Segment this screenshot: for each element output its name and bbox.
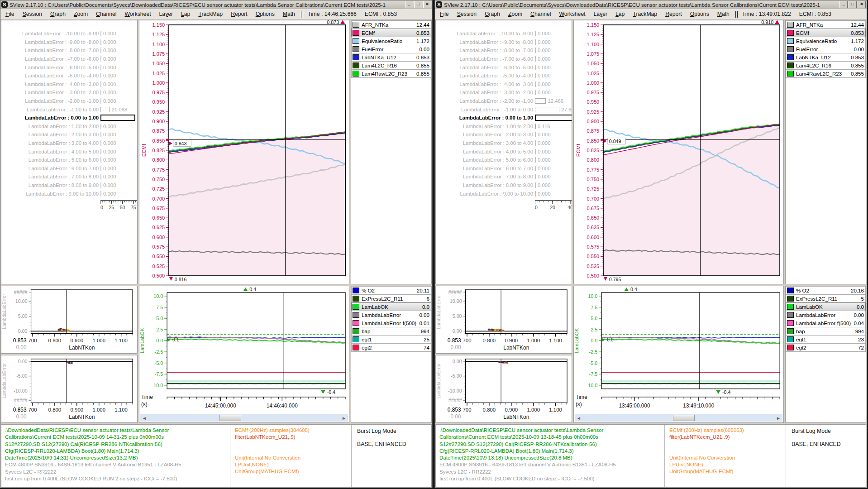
menu-item-zoom[interactable]: Zoom xyxy=(504,10,526,18)
legend-row-lam4l2c-r16[interactable]: Lam4L2C_R160.855 xyxy=(786,61,866,70)
maximize-button[interactable]: □ xyxy=(849,1,857,8)
histogram-row[interactable]: LambdaLabError : -3.00 to -2.000.000 xyxy=(436,88,572,97)
scrollbar-track[interactable] xyxy=(148,414,340,422)
menu-item-trackmap[interactable]: TrackMap xyxy=(629,10,661,18)
titlebar[interactable]: S SView 2.17.10 : C:\Users\Public\Docume… xyxy=(0,0,432,9)
histogram-row[interactable]: LambdaLabError : -6.00 to -5.000.000 xyxy=(1,63,137,72)
legend-row-afr-ntka[interactable]: AFR_NTKa12.44 xyxy=(786,20,866,29)
legend-row-egt1[interactable]: egt125 xyxy=(351,335,431,344)
menu-item-session[interactable]: Session xyxy=(19,10,46,18)
legend-row-lam4l2c-r16[interactable]: Lam4L2C_R160.855 xyxy=(351,61,431,70)
time-chart[interactable]: 10.07.55.02.50.0-2.5-5.0-7.5-10.0LamLabO… xyxy=(139,286,349,414)
menu-item-session[interactable]: Session xyxy=(453,10,481,18)
menu-item-math[interactable]: Math xyxy=(713,10,734,18)
histogram-row[interactable]: LambdaLabError : -2.00 to -1.0012.466 xyxy=(436,97,572,105)
scrollbar-right-arrow[interactable]: ► xyxy=(340,416,348,421)
time-scrollbar[interactable]: ◄ ► xyxy=(575,414,782,422)
histogram-row[interactable]: LambdaLabError : 8.00 to 9.000.000 xyxy=(1,181,137,190)
histogram-row[interactable]: LambdaLabError : 1.00 to 2.000.116 xyxy=(436,122,572,131)
menu-item-zoom[interactable]: Zoom xyxy=(70,10,92,18)
legend-row-ecmf[interactable]: ECMf0.853 xyxy=(786,29,866,37)
menu-item-worksheet[interactable]: Worksheet xyxy=(121,10,155,18)
histogram-row[interactable]: LambdaLabError : 2.00 to 3.000.000 xyxy=(1,130,137,139)
time-scrollbar[interactable]: ◄ ► xyxy=(140,414,348,422)
histogram-row[interactable]: LambdaLabError : -6.00 to -5.000.000 xyxy=(436,63,572,72)
histogram-row[interactable]: LambdaLabError : 7.00 to 8.000.000 xyxy=(1,173,137,181)
menu-item-channel[interactable]: Channel xyxy=(526,10,555,18)
legend-row-lambdalaberror[interactable]: LambdaLabError0.00 xyxy=(786,311,866,319)
histogram-row[interactable]: LambdaLabError : 0.00 to 1.0078.932 xyxy=(1,114,137,122)
main-chart[interactable]: 1.1501.1251.1001.0751.0501.0251.0000.975… xyxy=(139,20,349,284)
menu-item-file[interactable]: File xyxy=(436,10,453,18)
histogram-row[interactable]: LambdaLabError : 7.00 to 8.000.000 xyxy=(436,173,572,181)
histogram-row[interactable]: LambdaLabError : -7.00 to -6.000.000 xyxy=(436,55,572,63)
legend-row-equivalenceratio[interactable]: EquivalenceRatio1.172 xyxy=(351,37,431,45)
histogram-row[interactable]: LambdaLabError : 3.00 to 4.000.000 xyxy=(436,139,572,148)
histogram-row[interactable]: LambdaLabError : -4.00 to -3.000.000 xyxy=(436,80,572,89)
legend-row-lam4rawl2c-r23[interactable]: Lam4RawL2C_R230.855 xyxy=(786,69,866,78)
close-button[interactable]: ✕ xyxy=(423,1,431,8)
histogram-row[interactable]: LambdaLabError : -9.00 to -8.000.000 xyxy=(1,38,137,47)
menu-item-layer[interactable]: Layer xyxy=(590,10,612,18)
legend-row-lambdalaberror[interactable]: LambdaLabError0.00 xyxy=(351,311,431,319)
minimize-button[interactable]: _ xyxy=(405,1,413,8)
histogram-row[interactable]: LambdaLabError : 8.00 to 9.000.000 xyxy=(436,181,572,190)
legend-row-expressl2c-r11[interactable]: ExPressL2C_R115 xyxy=(786,294,866,303)
histogram-row[interactable]: LambdaLabError : -9.00 to -8.000.000 xyxy=(436,38,572,47)
legend-row-bap[interactable]: bap994 xyxy=(786,327,866,336)
menu-item-report[interactable]: Report xyxy=(227,10,252,18)
legend-row-afr-ntka[interactable]: AFR_NTKa12.44 xyxy=(351,20,431,29)
legend-row-equivalenceratio[interactable]: EquivalenceRatio1.172 xyxy=(786,37,866,45)
histogram-row[interactable]: LambdaLabError : -3.00 to -2.000.000 xyxy=(1,88,137,97)
scatter-bottom-chart[interactable]: 0.00-5.00-10.00#####LambdaLabError7000.8… xyxy=(1,355,137,422)
titlebar[interactable]: S SView 2.17.10 : C:\Users\Public\Docume… xyxy=(435,0,867,9)
menu-item-lap[interactable]: Lap xyxy=(611,10,629,18)
histogram-row[interactable]: LambdaLabError : 9.00 to 10.000.000 xyxy=(436,189,572,198)
legend-row-expressl2c-r11[interactable]: ExPressL2C_R116 xyxy=(351,294,431,303)
scrollbar-track[interactable] xyxy=(583,414,774,422)
histogram-row[interactable]: LambdaLabError : 0.00 to 1.0059.524 xyxy=(436,114,572,122)
maximize-button[interactable]: □ xyxy=(414,1,422,8)
legend-row-fuelerror[interactable]: FuelError0.00 xyxy=(786,45,866,53)
histogram-row[interactable]: LambdaLabError : -5.00 to -4.000.000 xyxy=(1,72,137,80)
histogram-row[interactable]: LambdaLabError : -4.00 to -3.000.000 xyxy=(1,80,137,89)
minimize-button[interactable]: _ xyxy=(839,1,848,8)
scrollbar-left-arrow[interactable]: ◄ xyxy=(140,416,148,421)
histogram-row[interactable]: LambdaLabError : -5.00 to -4.000.000 xyxy=(436,72,572,80)
histogram-row[interactable]: LambdaLabError : -2.00 to -1.000.000 xyxy=(1,97,137,105)
histogram-row[interactable]: LambdaLabError : 5.00 to 6.000.000 xyxy=(1,156,137,164)
legend-row-labntka-u12[interactable]: LabNTKa_U120.853 xyxy=(351,53,431,62)
legend-row-egt2[interactable]: egt272 xyxy=(786,343,866,352)
histogram-row[interactable]: LambdaLabError : 6.00 to 7.000.000 xyxy=(436,164,572,173)
legend-row-lam4rawl2c-r23[interactable]: Lam4RawL2C_R230.855 xyxy=(351,69,431,78)
close-button[interactable]: ✕ xyxy=(858,1,866,8)
legend-row-egt1[interactable]: egt123 xyxy=(786,335,866,344)
menu-item-layer[interactable]: Layer xyxy=(155,10,177,18)
legend-row-fuelerror[interactable]: FuelError0.00 xyxy=(351,45,431,53)
legend-row-labntka-u12[interactable]: LabNTKa_U120.853 xyxy=(786,53,866,62)
menu-item-graph[interactable]: Graph xyxy=(46,10,70,18)
histogram-row[interactable]: LambdaLabError : 6.00 to 7.000.000 xyxy=(1,164,137,173)
histogram-row[interactable]: LambdaLabError : -1.00 to 0.0027.894 xyxy=(436,105,572,114)
histogram-row[interactable]: LambdaLabError : 3.00 to 4.000.000 xyxy=(1,139,137,148)
histogram-row[interactable]: LambdaLabError : 4.00 to 5.000.000 xyxy=(436,147,572,156)
legend-row-lambdalaberror-f-500-[interactable]: LambdaLabError-f(500)0.01 xyxy=(351,319,431,327)
scrollbar-right-arrow[interactable]: ► xyxy=(774,416,782,421)
legend-row-ecmf[interactable]: ECMf0.853 xyxy=(351,29,431,37)
histogram-row[interactable]: LambdaLabError : -8.00 to -7.000.000 xyxy=(436,46,572,55)
histogram-row[interactable]: LambdaLabError : -10.00 to -9.000.000 xyxy=(436,29,572,38)
scatter-top-chart[interactable]: #####10.005.000.00LambdaLabError7000.800… xyxy=(436,286,572,353)
menu-item-channel[interactable]: Channel xyxy=(92,10,120,18)
histogram-row[interactable]: LambdaLabError : -8.00 to -7.000.000 xyxy=(1,46,137,55)
menu-item-worksheet[interactable]: Worksheet xyxy=(555,10,590,18)
menu-item-options[interactable]: Options xyxy=(252,10,279,18)
menu-item-options[interactable]: Options xyxy=(686,10,713,18)
menu-item-file[interactable]: File xyxy=(1,10,19,18)
time-chart[interactable]: 10.07.55.02.50.0-2.5-5.0-7.5-10.0LamLabO… xyxy=(574,286,783,414)
legend-row-lamlabok[interactable]: LamLabOK0.0 xyxy=(351,302,431,311)
histogram-row[interactable]: LambdaLabError : 1.00 to 2.000.000 xyxy=(1,122,137,131)
legend-row-lambdalaberror-f-500-[interactable]: LambdaLabError-f(500)0.04 xyxy=(786,319,866,327)
legend-row--o2[interactable]: % O220.11 xyxy=(351,286,431,295)
legend-row-lamlabok[interactable]: LamLabOK0.0 xyxy=(786,302,866,311)
histogram-row[interactable]: LambdaLabError : 4.00 to 5.000.000 xyxy=(1,147,137,156)
